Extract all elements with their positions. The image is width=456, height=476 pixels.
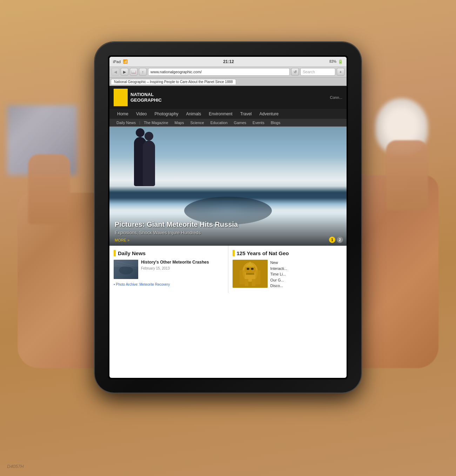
battery-percent: 83% bbox=[329, 60, 336, 63]
hero-overlay: Pictures: Giant Meteorite Hits Russia Ex… bbox=[109, 213, 347, 246]
nav-adventure[interactable]: Adventure bbox=[256, 109, 282, 119]
reload-button[interactable]: ↺ bbox=[291, 68, 299, 76]
device-label: iPad bbox=[113, 60, 121, 64]
back-button[interactable]: ◀ bbox=[112, 68, 119, 76]
tab-bar: National Geographic – Inspiring People t… bbox=[109, 77, 347, 86]
daily-news-indicator bbox=[114, 250, 116, 256]
status-right: 83% 🔋 bbox=[329, 59, 343, 64]
news-headline[interactable]: History's Other Meteorite Crashes bbox=[141, 260, 209, 265]
years-thumbnail bbox=[233, 260, 268, 288]
active-tab[interactable]: National Geographic – Inspiring People t… bbox=[111, 79, 236, 84]
ng-name-line1: NATIONAL bbox=[130, 92, 162, 97]
svg-rect-3 bbox=[114, 260, 138, 267]
svg-point-2 bbox=[119, 266, 133, 274]
ipad-screen: iPad 📶 21:12 83% 🔋 ◀ ▶ 📖 ↑ www.nationalg… bbox=[109, 57, 347, 378]
news-content: History's Other Meteorite Crashes Februa… bbox=[141, 260, 209, 279]
subnav-divider1: | bbox=[139, 121, 140, 125]
hero-title[interactable]: Pictures: Giant Meteorite Hits Russia bbox=[115, 220, 341, 229]
watermark: D4057H bbox=[7, 464, 24, 469]
svg-point-10 bbox=[251, 268, 254, 270]
news-item: History's Other Meteorite Crashes Februa… bbox=[114, 260, 224, 279]
svg-rect-1 bbox=[114, 260, 138, 279]
years-teaser-line1: New bbox=[270, 260, 287, 266]
subnav-science[interactable]: Science bbox=[188, 119, 207, 127]
ng-logo: NATIONAL GEOGRAPHIC bbox=[114, 89, 162, 106]
sub-nav: Daily News | The Magazine Maps Science E… bbox=[109, 119, 347, 127]
wifi-icon: 📶 bbox=[123, 59, 128, 64]
subnav-events[interactable]: Events bbox=[250, 119, 267, 127]
people-silhouette bbox=[130, 134, 159, 190]
time-display: 21:12 bbox=[223, 59, 234, 64]
nav-environment[interactable]: Environment bbox=[205, 109, 236, 119]
daily-news-header: Daily News bbox=[114, 250, 224, 256]
years-text: New Interacti... Time Li... Our G... Dis… bbox=[270, 260, 287, 289]
hero-page-1[interactable]: 1 bbox=[329, 237, 335, 243]
svg-point-9 bbox=[247, 268, 249, 270]
share-button[interactable]: ↑ bbox=[139, 68, 147, 76]
nav-travel[interactable]: Travel bbox=[237, 109, 255, 119]
svg-rect-11 bbox=[245, 279, 248, 286]
svg-rect-0 bbox=[115, 90, 126, 104]
bookmark-icon: 📖 bbox=[131, 70, 136, 74]
bookmark-button[interactable]: 📖 bbox=[130, 68, 138, 76]
svg-rect-13 bbox=[246, 273, 254, 275]
ng-name-line2: GEOGRAPHIC bbox=[130, 97, 162, 103]
years-indicator bbox=[233, 250, 235, 256]
hero-page-2[interactable]: 2 bbox=[337, 237, 343, 243]
status-bar: iPad 📶 21:12 83% 🔋 bbox=[109, 57, 347, 67]
hero-section: Pictures: Giant Meteorite Hits Russia Ex… bbox=[109, 127, 347, 246]
search-placeholder: Search bbox=[303, 70, 315, 74]
tut-mask bbox=[233, 260, 268, 288]
content-section: Daily News History's Ot bbox=[109, 246, 347, 293]
ng-yellow-box bbox=[114, 89, 128, 106]
daily-news-panel: Daily News History's Ot bbox=[109, 246, 228, 293]
nav-animals[interactable]: Animals bbox=[183, 109, 205, 119]
hero-subtitle: Explosions, Shock Waves Injure Hundreds bbox=[115, 230, 341, 235]
years-teaser: New Interacti... Time Li... Our G... Dis… bbox=[270, 260, 287, 289]
url-text: www.nationalgeographic.com/ bbox=[150, 70, 202, 74]
fingers-right bbox=[386, 140, 428, 210]
years-teaser-line2: Interacti... bbox=[270, 266, 287, 272]
ng-logo-text: NATIONAL GEOGRAPHIC bbox=[130, 92, 162, 103]
ng-logo-icon bbox=[115, 90, 126, 104]
battery-icon: 🔋 bbox=[338, 59, 343, 64]
back-icon: ◀ bbox=[114, 70, 117, 74]
new-tab-icon: + bbox=[340, 70, 342, 74]
nav-home[interactable]: Home bbox=[114, 109, 132, 119]
news-date: February 15, 2013 bbox=[141, 266, 209, 270]
hero-pagination: 1 2 bbox=[329, 237, 343, 243]
news-thumbnail bbox=[114, 260, 138, 279]
svg-line-4 bbox=[117, 261, 135, 266]
years-panel: 125 Years of Nat Geo bbox=[228, 246, 347, 293]
subnav-blogs[interactable]: Blogs bbox=[268, 119, 283, 127]
website-content: NATIONAL GEOGRAPHIC Conn... Home Video P… bbox=[109, 86, 347, 293]
subnav-education[interactable]: Education bbox=[208, 119, 230, 127]
subnav-daily-news[interactable]: Daily News bbox=[114, 119, 139, 127]
person2 bbox=[143, 141, 155, 186]
tab-title: National Geographic – Inspiring People t… bbox=[114, 80, 233, 84]
browser-toolbar: ◀ ▶ 📖 ↑ www.nationalgeographic.com/ ↺ Se… bbox=[109, 67, 347, 77]
svg-rect-15 bbox=[255, 270, 261, 284]
svg-line-5 bbox=[115, 264, 136, 268]
status-left: iPad 📶 bbox=[113, 59, 128, 64]
share-icon: ↑ bbox=[142, 70, 144, 74]
url-bar[interactable]: www.nationalgeographic.com/ bbox=[148, 68, 290, 76]
search-bar[interactable]: Search bbox=[300, 68, 335, 76]
years-header: 125 Years of Nat Geo bbox=[233, 250, 343, 256]
forward-icon: ▶ bbox=[123, 70, 126, 74]
subnav-games[interactable]: Games bbox=[231, 119, 249, 127]
subnav-maps[interactable]: Maps bbox=[172, 119, 187, 127]
nav-video[interactable]: Video bbox=[133, 109, 150, 119]
years-teaser-line3: Time Li... bbox=[270, 271, 287, 277]
svg-rect-12 bbox=[252, 279, 255, 286]
hero-more-link[interactable]: MORE » bbox=[115, 238, 341, 242]
tut-image bbox=[233, 260, 268, 288]
news-link[interactable]: Photo Archive: Meteorite Recovery bbox=[114, 283, 224, 286]
ng-header: NATIONAL GEOGRAPHIC Conn... bbox=[109, 86, 347, 109]
new-tab-button[interactable]: + bbox=[337, 68, 344, 76]
forward-button[interactable]: ▶ bbox=[121, 68, 128, 76]
subnav-magazine[interactable]: The Magazine bbox=[141, 119, 171, 127]
ng-connect[interactable]: Conn... bbox=[330, 95, 342, 100]
years-title: 125 Years of Nat Geo bbox=[237, 250, 289, 256]
nav-photography[interactable]: Photography bbox=[151, 109, 182, 119]
